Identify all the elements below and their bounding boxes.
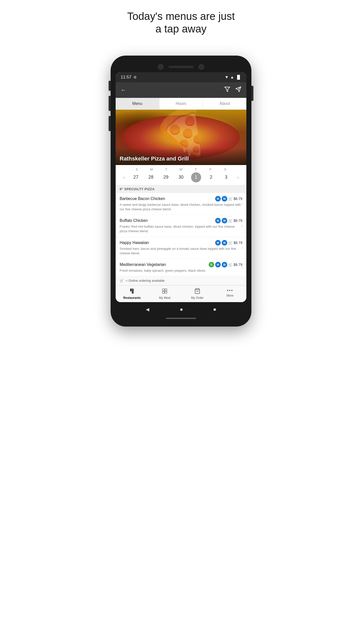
cal-date-27[interactable]: 27 [131,172,141,182]
price-med: $8.79 [234,263,242,267]
phone-screen: 11:57 ⚙ ▼ ▲ ▐▌ ← [116,72,246,302]
signal-icon: ▲ [230,75,234,79]
speaker [168,66,194,68]
bottom-indicator [166,318,196,319]
phone-bottom-bar [116,318,246,321]
date-calendar: S M T W T F S ‹ 27 28 29 30 1 2 3 › [116,165,246,185]
cal-date-30[interactable]: 30 [176,172,186,182]
day-sun: S [132,168,142,171]
cal-date-1-selected[interactable]: 1 [191,172,201,182]
price-bbq: $8.79 [234,197,242,201]
item-name-med: Mediterranean Vegetarian [120,262,166,267]
item-name-buffalo: Buffalo Chicken [120,218,148,223]
app-bar: ← [116,82,246,98]
badge-m-med: M [215,262,221,267]
tab-menu[interactable]: Menu [116,98,159,109]
badge-m-buffalo: M [215,218,221,223]
item-desc-buffalo: Franks' Red Hot buffalo sauce base, dice… [120,224,242,233]
day-tue: T [161,168,171,171]
badge-w-bbq: W [222,196,227,202]
badge-w-buffalo: W [222,218,227,223]
price-hawaiian: $8.79 [234,241,242,245]
hardware-back-button[interactable]: ◀ [146,307,149,312]
vol-down-button[interactable] [109,96,111,111]
my-meal-label: My Meal [159,296,170,300]
nav-my-meal[interactable]: My Meal [148,286,181,302]
day-thu: T [191,168,201,171]
more-icon: ••• [227,288,233,293]
cal-date-29[interactable]: 29 [161,172,171,182]
power-button[interactable] [251,86,253,101]
cal-date-28[interactable]: 28 [146,172,156,182]
wifi-icon: ▼ [225,75,229,79]
hardware-home-button[interactable]: ● [180,306,183,313]
phone-hardware-nav: ◀ ● ■ [116,302,246,318]
cal-date-3[interactable]: 3 [221,172,231,182]
menu-item-happy-hawaiian[interactable]: Happy Hawaiian M W 🛒 $8.79 Smoked ham, b… [116,237,246,259]
status-time: 11:57 [121,75,131,80]
day-mon: M [147,168,157,171]
nav-my-order[interactable]: My Order [181,286,214,302]
calendar-next-button[interactable]: › [236,173,240,181]
svg-rect-4 [165,289,167,291]
menu-item-bbq-bacon-chicken[interactable]: Barbecue Bacon Chicken M W 🛒 $8.79 A swe… [116,193,246,215]
more-label: More [227,294,233,297]
day-wed: W [176,168,186,171]
online-ordering-note: 🛒 = Online ordering available [116,276,246,285]
item-name-hawaiian: Happy Hawaiian [120,240,149,245]
item-badges-hawaiian: M W 🛒 $8.79 [215,240,242,246]
item-desc-med: Fresh tomatoes, baby spinach, green pepp… [120,268,242,273]
svg-marker-0 [225,87,230,92]
back-button[interactable]: ← [121,87,126,93]
hardware-recent-button[interactable]: ■ [213,307,216,312]
my-meal-icon [162,288,168,296]
day-fri: F [205,168,215,171]
location-button[interactable] [235,86,241,94]
badge-v-med: V [209,262,214,267]
item-badges-bbq: M W 🛒 $8.79 [215,196,242,202]
front-camera-left [158,64,163,70]
svg-rect-6 [165,291,167,293]
vol-mute-button[interactable] [109,116,111,131]
status-right: ▼ ▲ ▐▌ [225,75,241,79]
online-ordering-text: = Online ordering available [126,279,165,283]
app-bar-actions [224,86,241,94]
chevron-right-med: › [242,265,243,270]
svg-rect-3 [162,289,164,291]
nav-restaurants[interactable]: Restaurants [116,286,148,302]
phone-top-bar [116,61,246,72]
item-desc-bbq: A sweet and tangy barbecue sauce base, d… [120,203,242,212]
filter-button[interactable] [224,86,230,94]
phone-device: 11:57 ⚙ ▼ ▲ ▐▌ ← [111,56,251,327]
nav-more[interactable]: ••• More [214,286,246,302]
item-badges-med: V M W 🛒 $8.79 [209,262,242,267]
price-buffalo: $8.79 [234,219,242,223]
item-name-bbq: Barbecue Bacon Chicken [120,196,165,201]
menu-item-mediterranean[interactable]: Mediterranean Vegetarian V M W 🛒 $8.79 F… [116,259,246,276]
headline-line1: Today's menus are just [127,10,235,22]
my-order-icon [194,288,200,296]
tab-bar: Menu Hours About [116,98,246,110]
restaurants-label: Restaurants [123,296,141,300]
tab-hours[interactable]: Hours [159,98,203,109]
restaurant-hero-image: Rathskeller Pizza and Grill [116,110,246,165]
vol-up-button[interactable] [109,81,111,91]
cal-date-2[interactable]: 2 [206,172,216,182]
online-cart-icon: 🛒 [120,279,124,283]
chevron-right-hawaiian: › [242,246,243,250]
cart-icon-bbq: 🛒 [228,197,233,201]
tab-about[interactable]: About [203,98,246,109]
calendar-prev-button[interactable]: ‹ [122,173,126,181]
headline-line2: a tap away [155,23,206,35]
svg-rect-5 [162,291,164,293]
battery-icon: ▐▌ [236,75,241,79]
day-sat: S [220,168,230,171]
settings-icon: ⚙ [133,75,137,79]
badge-w-med: W [222,262,227,267]
front-camera-right [199,64,204,70]
badge-w-hawaiian: W [222,240,227,246]
restaurants-icon [129,288,135,296]
menu-item-buffalo-chicken[interactable]: Buffalo Chicken M W 🛒 $8.79 Franks' Red … [116,215,246,237]
calendar-dates-row: ‹ 27 28 29 30 1 2 3 › [120,172,242,182]
bottom-navigation: Restaurants My Meal [116,285,246,302]
